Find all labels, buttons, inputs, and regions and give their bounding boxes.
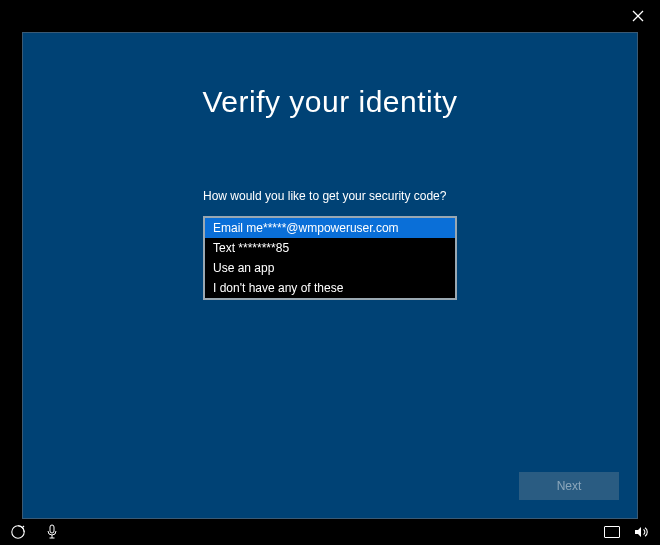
option-email[interactable]: Email me*****@wmpoweruser.com xyxy=(205,218,455,238)
close-icon xyxy=(632,10,644,22)
volume-icon[interactable] xyxy=(634,524,650,540)
verification-options-dropdown[interactable]: Email me*****@wmpoweruser.com Text *****… xyxy=(203,216,457,300)
option-app[interactable]: Use an app xyxy=(205,258,455,278)
bottombar xyxy=(0,519,660,545)
page-title: Verify your identity xyxy=(23,85,637,119)
next-button[interactable]: Next xyxy=(519,472,619,500)
option-none[interactable]: I don't have any of these xyxy=(205,278,455,298)
bottombar-left xyxy=(10,524,60,540)
titlebar xyxy=(0,0,660,32)
svg-rect-4 xyxy=(50,525,54,533)
main-panel: Verify your identity How would you like … xyxy=(22,32,638,519)
ease-of-access-icon[interactable] xyxy=(10,524,26,540)
next-button-label: Next xyxy=(557,479,582,493)
prompt-text: How would you like to get your security … xyxy=(203,189,457,203)
options-list: Email me*****@wmpoweruser.com Text *****… xyxy=(205,218,455,298)
close-button[interactable] xyxy=(628,6,648,26)
svg-line-3 xyxy=(23,526,25,528)
ime-icon[interactable] xyxy=(604,524,620,540)
option-text[interactable]: Text ********85 xyxy=(205,238,455,258)
bottombar-right xyxy=(604,524,650,540)
content-area: How would you like to get your security … xyxy=(23,189,637,300)
microphone-icon[interactable] xyxy=(44,524,60,540)
